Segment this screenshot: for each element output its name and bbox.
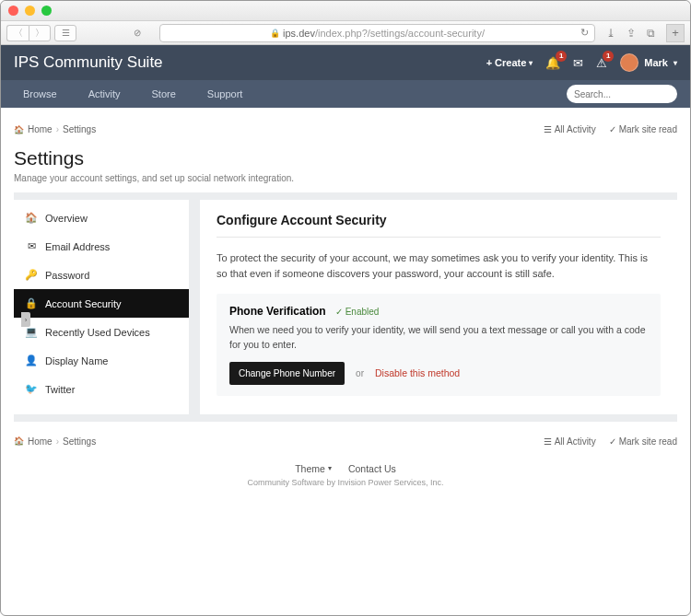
status-badge: Enabled [335,307,380,317]
notification-badge: 1 [556,51,567,62]
window-titlebar [1,1,690,21]
browser-back-button[interactable]: 〈 [6,25,29,41]
mfa-method-phone: Phone Verification Enabled When we need … [217,294,661,396]
or-text: or [356,368,364,378]
home-icon[interactable]: 🏠 [14,125,24,134]
mark-site-read-link[interactable]: ✓Mark site read [609,124,677,134]
browser-forward-button[interactable]: 〉 [29,25,51,41]
twitter-icon: 🐦 [25,383,38,395]
site-search[interactable]: 🔍 [567,85,677,103]
share-icon[interactable]: ⇪ [627,27,636,40]
sidebar-item-label: Display Name [45,355,108,366]
tabs-icon[interactable]: ⧉ [647,27,655,40]
settings-sidebar: 🏠Overview✉Email Address🔑Password🔒Account… [14,200,189,414]
caret-down-icon: ▾ [673,59,677,67]
display-name-icon: 👤 [25,354,38,366]
sidebar-collapse-handle[interactable]: › [21,312,30,327]
plus-icon: + [486,57,492,68]
sidebar-item-password[interactable]: 🔑Password [14,261,189,289]
account-security-icon: 🔒 [25,297,38,309]
download-icon[interactable]: ⤓ [606,27,615,40]
url-path: /index.php?/settings/account-security/ [315,28,485,39]
page-title: Settings [14,147,677,169]
mark-site-read-link-bottom[interactable]: ✓Mark site read [609,436,677,447]
lock-icon: 🔒 [270,29,280,38]
sidebar-item-overview[interactable]: 🏠Overview [14,203,189,232]
all-activity-link[interactable]: ☰All Activity [544,124,596,134]
create-button[interactable]: + Create ▾ [486,57,533,68]
sidebar-item-label: Account Security [45,298,122,309]
caret-down-icon: ▾ [328,464,332,472]
password-icon: 🔑 [25,269,38,281]
nav-link-browse[interactable]: Browse [14,80,66,108]
sidebar-item-twitter[interactable]: 🐦Twitter [14,375,189,403]
nav-link-support[interactable]: Support [198,80,252,108]
window-close-button[interactable] [8,6,18,16]
messages-icon[interactable]: ✉ [573,56,583,70]
notifications-icon[interactable]: 🔔 1 [545,56,560,70]
warning-badge: 1 [603,51,614,62]
user-menu[interactable]: Mark ▾ [620,53,677,72]
page-footer: Theme▾ Contact Us Community Software by … [14,450,677,506]
avatar [620,53,638,72]
sidebar-item-display-name[interactable]: 👤Display Name [14,346,189,375]
settings-main: Configure Account Security To protect th… [200,200,677,414]
warning-icon[interactable]: ⚠ 1 [596,56,607,70]
nav-link-store[interactable]: Store [143,80,185,108]
disable-method-link[interactable]: Disable this method [375,367,460,378]
copyright: Community Software by Invision Power Ser… [14,478,677,487]
page-subtitle: Manage your account settings, and set up… [14,173,677,183]
app-title: IPS Community Suite [14,53,163,72]
list-icon: ☰ [544,436,552,447]
sidebar-item-recently-used-devices[interactable]: 💻Recently Used Devices [14,318,189,346]
browser-toolbar: 〈 〉 ☰ ⊘ 🔒 ips.dev /index.php?/settings/a… [1,21,690,45]
contact-us-link[interactable]: Contact Us [348,463,396,474]
reload-icon[interactable]: ↻ [580,27,589,39]
check-icon: ✓ [609,124,616,134]
sidebar-item-label: Twitter [45,384,75,395]
method-description: When we need you to verify your identity… [229,323,648,353]
email-address-icon: ✉ [25,240,38,252]
all-activity-link-bottom[interactable]: ☰All Activity [544,436,596,447]
breadcrumb-section[interactable]: Settings [63,124,96,134]
home-icon[interactable]: 🏠 [14,436,24,446]
new-tab-button[interactable]: + [666,24,685,42]
sidebar-item-account-security[interactable]: 🔒Account Security [14,289,189,318]
overview-icon: 🏠 [25,212,38,224]
sidebar-item-email-address[interactable]: ✉Email Address [14,232,189,261]
breadcrumb: 🏠 Home › Settings [14,124,96,134]
sidebar-item-label: Overview [45,213,88,224]
search-input[interactable] [574,89,691,99]
sidebar-item-label: Email Address [45,241,110,252]
app-header: IPS Community Suite + Create ▾ 🔔 1 ✉ ⚠ 1… [1,45,690,80]
shield-icon[interactable]: ⊘ [126,25,148,41]
check-icon: ✓ [609,436,616,447]
section-intro: To protect the security of your account,… [217,250,661,281]
sidebar-item-label: Password [45,270,89,281]
list-icon: ☰ [544,124,552,134]
primary-nav: BrowseActivityStoreSupport 🔍 [1,80,690,108]
theme-picker[interactable]: Theme▾ [295,463,332,474]
change-phone-button[interactable]: Change Phone Number [229,362,345,385]
url-host: ips.dev [283,28,315,39]
breadcrumb-bottom: 🏠 Home › Settings [14,436,96,447]
breadcrumb-home[interactable]: Home [28,124,53,134]
caret-down-icon: ▾ [529,59,533,67]
nav-link-activity[interactable]: Activity [79,80,130,108]
window-minimize-button[interactable] [25,6,35,16]
browser-address-bar[interactable]: 🔒 ips.dev /index.php?/settings/account-s… [159,24,595,42]
window-maximize-button[interactable] [41,6,52,16]
method-title: Phone Verification [229,305,326,318]
recently-used-devices-icon: 💻 [25,326,38,338]
section-heading: Configure Account Security [217,213,661,238]
sidebar-item-label: Recently Used Devices [45,327,150,338]
browser-sidebar-button[interactable]: ☰ [54,25,76,41]
